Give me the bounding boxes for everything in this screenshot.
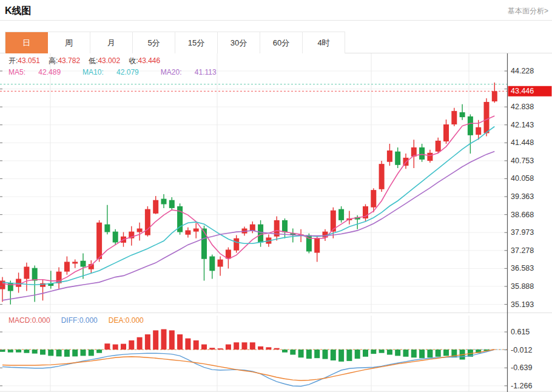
axis-tick-label: 39.363 [511,192,534,201]
axis-tick-label: 44.228 [511,67,534,75]
macd-bar [363,350,368,357]
macd-bar [40,350,45,354]
candle-body [72,262,78,263]
candles-group[interactable] [0,83,497,305]
ma5-line [2,116,494,285]
axis-tick-label: 40.753 [511,157,534,165]
candle-body [185,231,190,235]
candle-body [387,150,392,162]
macd-bar [218,348,223,350]
axis-tick-label: -0.012 [511,346,532,354]
macd-bar [282,350,288,353]
candle-body [492,91,497,101]
axis-tick-label: 42.838 [511,103,534,111]
candle-body [81,261,86,267]
candle-body [314,238,320,253]
macd-bar [346,350,352,361]
candle-body [451,111,457,124]
candle-body [282,220,288,232]
ma20-legend: MA20: 41.113 [161,68,227,76]
macd-bar [137,337,143,350]
candle-body [379,164,385,189]
macd-bar [323,350,328,359]
axis-tick-label: 40.058 [511,174,534,183]
open-value: 43.051 [18,56,40,65]
macd-bar [129,340,134,350]
candle-body [104,225,110,232]
axis-tick-label: -0.639 [511,363,532,372]
macd-bar [209,348,215,350]
macd-bar [121,344,126,350]
candle-body [64,262,70,271]
candle-body [338,209,344,220]
candle-body [96,223,102,259]
candle-body [201,229,207,259]
macd-bar [419,350,425,358]
macd-bar [104,343,110,350]
macd-bar [185,339,190,350]
macd-bar [16,350,21,353]
macd-bar [443,350,449,356]
close-value: 43.446 [138,56,160,65]
candle-body [476,127,481,135]
candle-body [169,200,175,208]
macd-bar [72,350,78,356]
ma10-legend: MA10: 42.079 [82,68,150,76]
axis-tick-label: 36.583 [511,264,534,272]
macd-bar [355,350,360,359]
kline-page: K线图 基本面分析> 日周月5分15分30分60分4时 44.22843.533… [0,0,552,392]
macd-value: MACD:0.000 [8,316,50,325]
macd-bar [403,350,409,357]
current-price-label: 43.446 [511,87,534,95]
high-value: 43.782 [58,56,80,65]
candle-body [436,141,441,152]
axis-tick-label: 35.888 [511,282,534,291]
candle-body [468,117,473,135]
macd-bar [56,350,62,356]
macd-bar [145,334,150,350]
candle-body [161,199,167,204]
candle-body [395,152,400,165]
open-label: 开: [8,56,18,65]
low-label: 低: [89,56,98,65]
candle-body [484,102,490,133]
ohlc-legend: 开:43.051高:43.782低:43.002收:43.446 [8,56,169,66]
macd-bar [64,350,70,357]
candle-body [218,260,223,267]
macd-bar [242,342,247,350]
candle-body [194,229,199,232]
candle-body [209,257,215,271]
macd-bar [153,330,158,350]
macd-bar [395,350,400,356]
close-label: 收: [129,56,138,65]
macd-bar [201,345,207,350]
axis-tick-label: 35.193 [511,300,534,309]
macd-bar [274,348,280,350]
macd-bar [226,345,231,350]
candle-body [137,229,143,232]
axis-tick-label: 41.448 [511,138,534,147]
candle-body [153,200,158,214]
macd-bar [177,334,183,350]
macd-bar [331,350,336,360]
high-label: 高: [49,56,58,65]
macd-bar [24,350,29,353]
candle-body [427,153,433,161]
macd-bar [113,345,118,350]
macd-bar [161,329,167,350]
candle-body [32,268,38,281]
macd-bar [258,346,263,350]
macd-bar [314,350,320,358]
macd-bar [290,350,295,354]
macd-bar [89,350,94,356]
candle-body [371,190,376,208]
candle-body [419,147,425,160]
macd-bar [411,350,417,357]
candle-body [24,267,29,279]
macd-legend: MACD:0.000DIFF:0.000DEA:0.000 [8,316,155,325]
ma-legend: MA5: 42.489MA10: 42.079MA20: 41.113 [8,68,238,76]
macd-bar [338,350,344,362]
low-value: 43.002 [98,56,120,65]
macd-bar [298,350,304,357]
macd-bar [81,350,86,356]
